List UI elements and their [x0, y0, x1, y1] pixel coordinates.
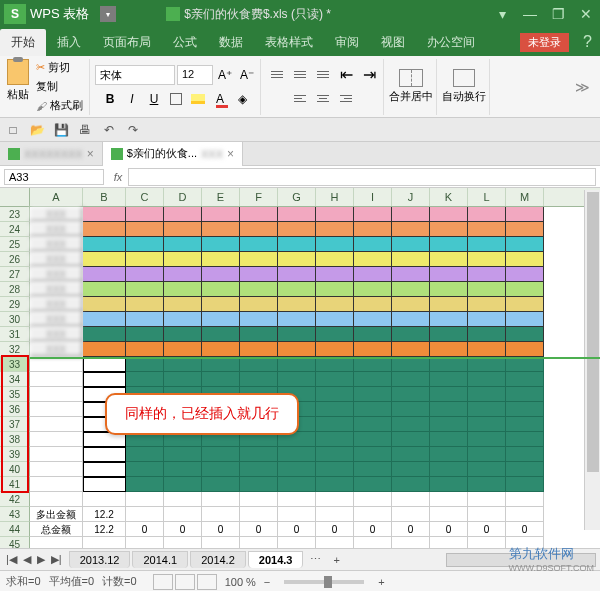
cell[interactable]	[430, 207, 468, 222]
sheet-tab-2014-2[interactable]: 2014.2	[190, 551, 246, 568]
cell[interactable]: XXX	[30, 327, 83, 342]
cell[interactable]	[83, 372, 126, 387]
cell[interactable]	[468, 537, 506, 548]
cell[interactable]: 0	[240, 522, 278, 537]
cell[interactable]	[278, 492, 316, 507]
cell[interactable]	[392, 312, 430, 327]
cell[interactable]	[392, 402, 430, 417]
cell[interactable]	[392, 507, 430, 522]
cell[interactable]	[202, 252, 240, 267]
cell[interactable]	[392, 417, 430, 432]
cell[interactable]	[430, 282, 468, 297]
cell[interactable]	[30, 357, 83, 372]
cell[interactable]	[354, 507, 392, 522]
cell[interactable]	[126, 267, 164, 282]
cell[interactable]: 0	[506, 522, 544, 537]
row-header[interactable]: 31	[0, 327, 30, 342]
doc-tab-close-icon[interactable]: ×	[87, 147, 94, 161]
tab-view[interactable]: 视图	[370, 29, 416, 56]
cell[interactable]	[392, 537, 430, 548]
cell[interactable]	[430, 537, 468, 548]
cell[interactable]	[240, 492, 278, 507]
cell[interactable]	[354, 357, 392, 372]
tab-home[interactable]: 开始	[0, 29, 46, 56]
cell[interactable]	[430, 432, 468, 447]
cell[interactable]	[202, 282, 240, 297]
tab-table-style[interactable]: 表格样式	[254, 29, 324, 56]
cell[interactable]	[354, 477, 392, 492]
sheet-tab-2014-3[interactable]: 2014.3	[248, 551, 304, 568]
cell[interactable]	[468, 207, 506, 222]
cell[interactable]	[202, 312, 240, 327]
cell[interactable]	[430, 357, 468, 372]
row-header[interactable]: 40	[0, 462, 30, 477]
cell[interactable]	[126, 492, 164, 507]
cell[interactable]	[468, 402, 506, 417]
cell[interactable]	[240, 477, 278, 492]
cell[interactable]	[240, 237, 278, 252]
cell[interactable]	[164, 267, 202, 282]
cell[interactable]	[164, 222, 202, 237]
login-status-badge[interactable]: 未登录	[520, 33, 569, 52]
cell[interactable]: 总金额	[30, 522, 83, 537]
cell[interactable]	[506, 297, 544, 312]
cell[interactable]	[30, 462, 83, 477]
cell[interactable]	[164, 282, 202, 297]
cell[interactable]	[83, 342, 126, 357]
tab-office-space[interactable]: 办公空间	[416, 29, 486, 56]
cell[interactable]	[126, 282, 164, 297]
cell[interactable]	[506, 462, 544, 477]
cell[interactable]	[126, 507, 164, 522]
cell[interactable]	[202, 267, 240, 282]
cell[interactable]	[83, 237, 126, 252]
cell[interactable]	[240, 462, 278, 477]
cell[interactable]	[430, 222, 468, 237]
cell[interactable]	[278, 207, 316, 222]
cell[interactable]	[126, 207, 164, 222]
cell[interactable]	[126, 462, 164, 477]
col-header-h[interactable]: H	[316, 188, 354, 206]
cell[interactable]	[126, 312, 164, 327]
format-painter-button[interactable]: 🖌格式刷	[33, 97, 86, 114]
cell[interactable]: 0	[164, 522, 202, 537]
cell[interactable]	[278, 252, 316, 267]
cell[interactable]	[30, 372, 83, 387]
cell[interactable]	[392, 477, 430, 492]
font-size-select[interactable]: 12	[177, 65, 213, 85]
cell[interactable]	[430, 372, 468, 387]
cell[interactable]	[316, 537, 354, 548]
cell[interactable]	[468, 417, 506, 432]
cell[interactable]	[468, 267, 506, 282]
cell[interactable]	[278, 342, 316, 357]
cell[interactable]	[506, 372, 544, 387]
cell[interactable]	[506, 447, 544, 462]
cell[interactable]	[506, 357, 544, 372]
cell[interactable]	[506, 477, 544, 492]
cell[interactable]	[126, 537, 164, 548]
cell[interactable]	[164, 492, 202, 507]
col-header-f[interactable]: F	[240, 188, 278, 206]
view-page-button[interactable]	[175, 574, 195, 590]
cell[interactable]	[506, 207, 544, 222]
cell[interactable]: XXX	[30, 312, 83, 327]
zoom-slider[interactable]	[284, 580, 364, 584]
col-header-e[interactable]: E	[202, 188, 240, 206]
cell[interactable]	[468, 237, 506, 252]
cell[interactable]	[430, 312, 468, 327]
sheet-tab-2013-12[interactable]: 2013.12	[69, 551, 131, 568]
indent-decrease-button[interactable]: ⇤	[335, 65, 357, 85]
cell[interactable]	[240, 207, 278, 222]
indent-increase-button[interactable]: ⇥	[358, 65, 380, 85]
cell[interactable]	[392, 252, 430, 267]
row-header[interactable]: 43	[0, 507, 30, 522]
cell[interactable]	[30, 447, 83, 462]
cell[interactable]	[126, 252, 164, 267]
cell[interactable]	[354, 282, 392, 297]
cell[interactable]	[468, 327, 506, 342]
row-header[interactable]: 25	[0, 237, 30, 252]
cell[interactable]: XXX	[30, 282, 83, 297]
cell[interactable]	[164, 312, 202, 327]
cell[interactable]	[316, 372, 354, 387]
cell[interactable]	[164, 327, 202, 342]
cell[interactable]: XXX	[30, 342, 83, 357]
